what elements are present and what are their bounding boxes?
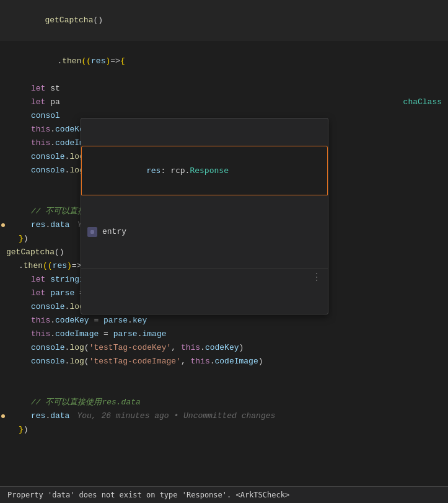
code-line-26[interactable]: // 不可以直接使用res.data [0,396,448,409]
code-line-20[interactable]: this.codeKey = parse.key [0,314,448,327]
autocomplete-header: res: rcp.Response [81,146,328,195]
autocomplete-item-label: entry [102,225,126,239]
autocomplete-item-entry[interactable]: ▤ entry [81,223,328,241]
code-line-24 [0,368,448,382]
entry-icon: ▤ [87,227,97,237]
code-area: getCaptcha() .then((res)=>{ let st res: … [0,0,448,437]
code-line-21[interactable]: this.codeImage = parse.image [0,327,448,341]
code-line-28[interactable]: }) [0,423,448,437]
autocomplete-popup[interactable]: res: rcp.Response ▤ entry ⋮ [81,118,328,314]
gutter-dot-1 [1,223,5,227]
fn-name: getCaptcha [45,16,93,25]
code-line-25 [0,382,448,396]
code-line-27[interactable]: res.data You, 26 minutes ago • Uncommitt… [0,409,448,423]
more-icon[interactable]: ⋮ [312,271,322,285]
code-line-3[interactable]: let st res: rcp.Response ▤ entry ⋮ [0,82,448,96]
error-tooltip: Property 'data' does not exist on type '… [0,486,448,503]
error-message: Property 'data' does not exist on type '… [7,491,289,499]
code-line-22[interactable]: console.log('testTag-codeKey', this.code… [0,341,448,355]
code-line-1[interactable]: getCaptcha() [0,0,448,41]
code-line-4[interactable]: let pa chaClass [0,96,448,109]
autocomplete-footer: ⋮ [81,269,328,287]
code-editor: getCaptcha() .then((res)=>{ let st res: … [0,0,448,503]
git-info-2: You, 26 minutes ago • Uncommitted change… [77,409,275,423]
code-line-2[interactable]: .then((res)=>{ [0,41,448,82]
gutter-dot-2 [1,414,5,418]
code-line-23[interactable]: console.log('testTag-codeImage', this.co… [0,355,448,368]
